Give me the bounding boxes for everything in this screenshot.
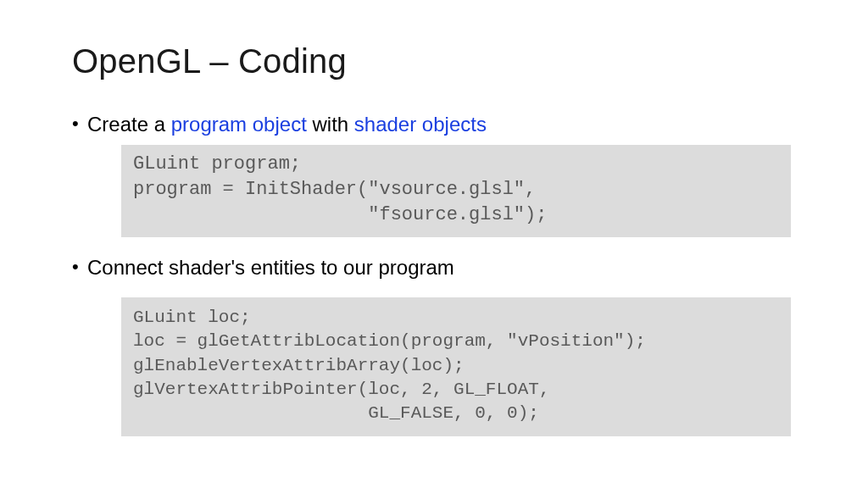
- bullet-list-2: Connect shader's entities to our program: [72, 254, 809, 281]
- bullet-item-2: Connect shader's entities to our program: [72, 254, 809, 281]
- code-block-1: GLuint program; program = InitShader("vs…: [121, 145, 791, 237]
- bullet-item-1: Create a program object with shader obje…: [72, 111, 809, 138]
- bullet1-mid: with: [307, 113, 354, 136]
- code-block-2: GLuint loc; loc = glGetAttribLocation(pr…: [121, 297, 791, 436]
- slide: OpenGL – Coding Create a program object …: [0, 0, 868, 479]
- bullet1-pre: Create a: [87, 113, 171, 136]
- bullet1-kw1: program object: [171, 113, 307, 136]
- bullet1-kw2: shader objects: [354, 113, 487, 136]
- bullet-list: Create a program object with shader obje…: [72, 111, 809, 138]
- slide-title: OpenGL – Coding: [72, 42, 809, 80]
